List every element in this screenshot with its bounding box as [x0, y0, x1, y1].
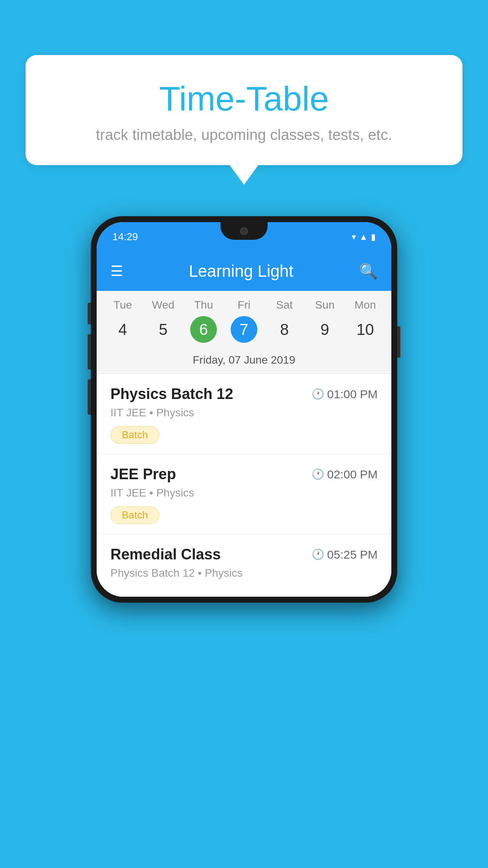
- clock-icon: 🕐: [312, 548, 324, 561]
- clock-icon: 🕐: [312, 388, 324, 400]
- schedule-title: Remedial Class: [110, 546, 221, 563]
- power-button: [397, 326, 400, 358]
- day-name: Sat: [276, 299, 293, 311]
- day-col-tue[interactable]: Tue4: [103, 299, 143, 343]
- status-time: 14:29: [112, 231, 138, 243]
- schedule-item[interactable]: Physics Batch 12🕐 01:00 PMIIT JEE • Phys…: [97, 374, 391, 454]
- schedule-item[interactable]: Remedial Class🕐 05:25 PMPhysics Batch 12…: [97, 534, 391, 597]
- phone-screen: 14:29 ▾ ▲ ▮ ☰ Learning Light 🔍 Tue4We: [97, 222, 391, 597]
- app-bar-title: Learning Light: [123, 262, 359, 281]
- day-name: Wed: [152, 299, 174, 311]
- phone-outer: 14:29 ▾ ▲ ▮ ☰ Learning Light 🔍 Tue4We: [91, 216, 397, 603]
- status-bar: 14:29 ▾ ▲ ▮: [97, 222, 391, 252]
- day-name: Mon: [354, 299, 376, 311]
- search-icon[interactable]: 🔍: [359, 263, 378, 280]
- day-col-mon[interactable]: Mon10: [345, 299, 385, 343]
- day-col-fri[interactable]: Fri7: [224, 299, 264, 343]
- schedule-title: JEE Prep: [110, 466, 176, 483]
- day-number[interactable]: 6: [190, 316, 217, 343]
- hamburger-icon[interactable]: ☰: [110, 263, 123, 280]
- day-number[interactable]: 7: [231, 316, 257, 343]
- status-icons: ▾ ▲ ▮: [352, 232, 376, 242]
- day-name: Tue: [114, 299, 132, 311]
- schedule-subtitle: IIT JEE • Physics: [110, 406, 378, 419]
- wifi-icon: ▾: [352, 232, 356, 242]
- selected-date: Friday, 07 June 2019: [97, 347, 391, 374]
- schedule-subtitle: IIT JEE • Physics: [110, 487, 378, 499]
- schedule-list: Physics Batch 12🕐 01:00 PMIIT JEE • Phys…: [97, 374, 391, 597]
- day-number[interactable]: 9: [312, 316, 338, 343]
- camera: [240, 227, 248, 235]
- batch-badge: Batch: [110, 506, 160, 524]
- battery-icon: ▮: [371, 232, 376, 242]
- day-col-thu[interactable]: Thu6: [183, 299, 224, 343]
- schedule-item-header: Remedial Class🕐 05:25 PM: [110, 546, 378, 563]
- mute-button: [88, 303, 91, 324]
- batch-badge: Batch: [110, 426, 160, 444]
- schedule-item-header: JEE Prep🕐 02:00 PM: [110, 466, 378, 483]
- calendar-strip: Tue4Wed5Thu6Fri7Sat8Sun9Mon10 Friday, 07…: [97, 291, 391, 374]
- day-name: Fri: [238, 299, 251, 311]
- clock-icon: 🕐: [312, 468, 324, 480]
- bubble-subtitle: track timetable, upcoming classes, tests…: [45, 127, 443, 143]
- bubble-title: Time-Table: [45, 79, 443, 119]
- speech-bubble-container: Time-Table track timetable, upcoming cla…: [26, 55, 462, 165]
- phone-mockup: 14:29 ▾ ▲ ▮ ☰ Learning Light 🔍 Tue4We: [91, 216, 397, 603]
- day-number[interactable]: 10: [352, 316, 378, 343]
- day-col-sat[interactable]: Sat8: [264, 299, 305, 343]
- day-number[interactable]: 4: [109, 316, 136, 343]
- signal-icon: ▲: [359, 232, 368, 242]
- day-name: Sun: [315, 299, 335, 311]
- days-row: Tue4Wed5Thu6Fri7Sat8Sun9Mon10: [97, 299, 391, 343]
- day-name: Thu: [194, 299, 213, 311]
- day-number[interactable]: 5: [150, 316, 176, 343]
- volume-down-button: [88, 379, 91, 415]
- volume-up-button: [88, 334, 91, 370]
- speech-bubble: Time-Table track timetable, upcoming cla…: [26, 55, 462, 165]
- schedule-time: 🕐 05:25 PM: [312, 548, 378, 561]
- schedule-item[interactable]: JEE Prep🕐 02:00 PMIIT JEE • PhysicsBatch: [97, 454, 391, 534]
- day-col-wed[interactable]: Wed5: [143, 299, 183, 343]
- schedule-subtitle: Physics Batch 12 • Physics: [110, 567, 378, 579]
- schedule-time: 🕐 02:00 PM: [312, 468, 378, 481]
- app-bar: ☰ Learning Light 🔍: [97, 252, 391, 291]
- schedule-time: 🕐 01:00 PM: [312, 388, 378, 401]
- day-number[interactable]: 8: [271, 316, 298, 343]
- notch: [220, 222, 268, 240]
- schedule-item-header: Physics Batch 12🕐 01:00 PM: [110, 386, 378, 403]
- day-col-sun[interactable]: Sun9: [305, 299, 345, 343]
- schedule-title: Physics Batch 12: [110, 386, 233, 403]
